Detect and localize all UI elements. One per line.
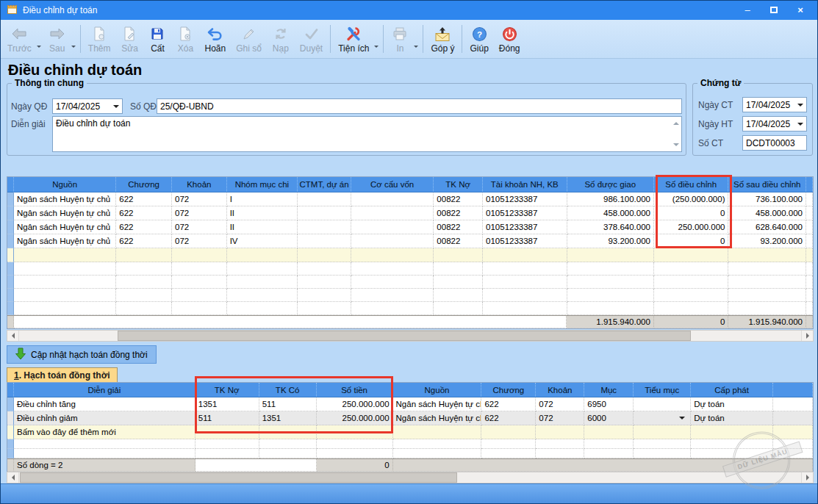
- so-qd-input[interactable]: 25/QĐ-UBND: [157, 98, 682, 114]
- cell[interactable]: [172, 289, 227, 302]
- cell[interactable]: Ngân sách Huyện tự chủ: [14, 234, 116, 248]
- cell[interactable]: Ngân sách Huyện tự chủ: [14, 192, 116, 206]
- cell[interactable]: [806, 220, 813, 234]
- cell[interactable]: Ngân sách Huyện tự chủ: [14, 220, 116, 234]
- cell[interactable]: 622: [481, 411, 536, 425]
- cell[interactable]: [806, 262, 813, 276]
- row-selector[interactable]: [7, 220, 14, 234]
- ngay-ct-combo[interactable]: 17/04/2025: [742, 97, 807, 112]
- cell[interactable]: [434, 262, 483, 276]
- cell[interactable]: [773, 411, 813, 425]
- cell[interactable]: [483, 276, 567, 289]
- scroll-right-icon[interactable]: [801, 331, 813, 341]
- cell[interactable]: [806, 192, 813, 206]
- so-ct-input[interactable]: DCDT00003: [742, 135, 807, 151]
- cell[interactable]: 01051233387: [483, 220, 567, 234]
- cell[interactable]: 072: [172, 206, 227, 220]
- cell[interactable]: [172, 302, 227, 315]
- scrollbar-thumb[interactable]: [118, 331, 691, 341]
- toolbar-cat-button[interactable]: Cất: [143, 21, 171, 57]
- cell[interactable]: [728, 262, 806, 276]
- cell[interactable]: [806, 276, 813, 289]
- cell[interactable]: 1351: [259, 411, 317, 425]
- cell[interactable]: 250.000.000: [317, 411, 393, 425]
- cell[interactable]: Dự toán: [691, 397, 773, 411]
- cell[interactable]: [584, 439, 634, 449]
- cell[interactable]: [806, 289, 813, 302]
- cell[interactable]: II: [227, 206, 298, 220]
- cell[interactable]: [298, 192, 351, 206]
- cell[interactable]: [351, 192, 434, 206]
- cell[interactable]: I: [227, 192, 298, 206]
- cell[interactable]: 0: [654, 234, 729, 248]
- cell[interactable]: 458.000.000: [567, 206, 654, 220]
- cell[interactable]: [116, 289, 172, 302]
- cell[interactable]: Điều chỉnh tăng: [14, 397, 195, 411]
- row-selector[interactable]: [7, 449, 14, 458]
- cell[interactable]: [481, 439, 536, 449]
- cell[interactable]: [351, 206, 434, 220]
- cell[interactable]: 00822: [434, 220, 483, 234]
- cell[interactable]: 250.000.000: [317, 397, 393, 411]
- cell[interactable]: [434, 248, 483, 262]
- row-selector[interactable]: [7, 192, 14, 206]
- cell[interactable]: [116, 262, 172, 276]
- cell[interactable]: [567, 276, 654, 289]
- main-grid-hscrollbar[interactable]: [7, 330, 814, 342]
- maximize-icon[interactable]: [769, 1, 779, 20]
- cell[interactable]: 01051233387: [483, 234, 567, 248]
- cell[interactable]: 00822: [434, 206, 483, 220]
- cell[interactable]: [434, 276, 483, 289]
- row-selector[interactable]: [7, 397, 14, 411]
- cell[interactable]: 622: [116, 206, 172, 220]
- cell[interactable]: [634, 425, 691, 439]
- cell[interactable]: [351, 234, 434, 248]
- cell[interactable]: [195, 449, 259, 458]
- cell[interactable]: [806, 234, 813, 248]
- cell[interactable]: [227, 248, 298, 262]
- cell[interactable]: [14, 449, 195, 458]
- cell[interactable]: [116, 276, 172, 289]
- cell[interactable]: 622: [116, 220, 172, 234]
- cell[interactable]: 93.200.000: [728, 234, 806, 248]
- row-selector[interactable]: [7, 411, 14, 425]
- cell[interactable]: [351, 302, 434, 315]
- cell[interactable]: [393, 439, 482, 449]
- cell[interactable]: [172, 262, 227, 276]
- cell[interactable]: 986.100.000: [567, 192, 654, 206]
- cell[interactable]: [393, 449, 482, 458]
- toolbar-gop-y-button[interactable]: Góp ý: [426, 21, 459, 57]
- cell[interactable]: [227, 276, 298, 289]
- cell[interactable]: [806, 206, 813, 220]
- cell[interactable]: [351, 262, 434, 276]
- cell[interactable]: 628.640.000: [728, 220, 806, 234]
- toolbar-tien-ich-dropdown-caret[interactable]: [374, 21, 381, 57]
- cell[interactable]: [259, 439, 317, 449]
- cell[interactable]: Ngân sách Huyện tự chủ: [393, 397, 482, 411]
- cell[interactable]: [14, 262, 116, 276]
- chevron-down-icon[interactable]: [797, 104, 803, 109]
- cell[interactable]: 736.100.000: [728, 192, 806, 206]
- dien-giai-textarea[interactable]: Điều chỉnh dự toán: [52, 116, 682, 152]
- cell[interactable]: [536, 439, 584, 449]
- toolbar-giup-button[interactable]: ?Giúp: [464, 21, 493, 57]
- cell[interactable]: 6000: [584, 411, 634, 425]
- row-selector[interactable]: [7, 276, 14, 289]
- cell[interactable]: [116, 248, 172, 262]
- cell[interactable]: IV: [227, 234, 298, 248]
- cell[interactable]: 378.640.000: [567, 220, 654, 234]
- minimize-icon[interactable]: –: [742, 1, 753, 20]
- cell[interactable]: [351, 276, 434, 289]
- chevron-down-icon[interactable]: [113, 105, 119, 111]
- cell[interactable]: [567, 248, 654, 262]
- cell[interactable]: [14, 439, 195, 449]
- row-selector[interactable]: [7, 248, 14, 262]
- cell[interactable]: [634, 449, 691, 458]
- tab-hach-toan-dong-thoi[interactable]: 1. Hạch toán đồng thời: [7, 367, 118, 382]
- cell[interactable]: [434, 302, 483, 315]
- cell[interactable]: [806, 302, 813, 315]
- cell[interactable]: [654, 289, 729, 302]
- cell[interactable]: Ngân sách Huyện tự chủ: [393, 411, 482, 425]
- cell[interactable]: [654, 248, 729, 262]
- cell[interactable]: 511: [195, 411, 259, 425]
